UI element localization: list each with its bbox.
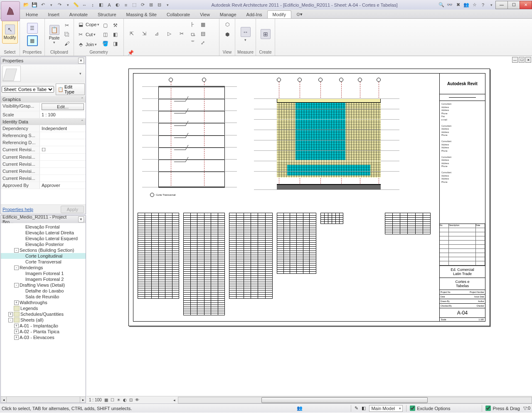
close-hidden-icon[interactable]: ⊟ — [155, 1, 163, 9]
hide-icon[interactable]: 👁 — [135, 398, 139, 402]
tree-item[interactable]: Imagem Fotoreal 2 — [1, 276, 86, 282]
property-row[interactable]: Referencing S... — [1, 132, 86, 139]
tree-item[interactable]: +A-03 - Elevacoes — [1, 334, 86, 340]
comm-icon[interactable]: 👥 — [463, 1, 470, 9]
collapse-icon[interactable]: - — [14, 283, 19, 288]
mirror-draw-icon[interactable]: ▷ — [164, 28, 175, 39]
expand-icon[interactable]: + — [14, 329, 19, 334]
crop-icon[interactable]: ⊡ — [129, 398, 133, 402]
canvas-hscroll[interactable] — [178, 397, 532, 403]
property-edit-button[interactable]: Edit... — [42, 103, 84, 110]
tree-item[interactable]: Elevação Frontal — [1, 224, 86, 230]
shadows-icon[interactable]: ◐ — [123, 398, 127, 402]
join-icon[interactable]: ⬘ — [76, 40, 85, 49]
view-min-icon[interactable]: — — [512, 57, 518, 63]
properties-help-link[interactable]: Properties help — [2, 207, 33, 212]
property-row[interactable]: Current Revisi... — [1, 175, 86, 182]
property-value[interactable]: 1 : 100 — [40, 111, 86, 118]
offset-icon[interactable]: ⇲ — [139, 28, 150, 39]
tree-item[interactable]: Legends — [1, 305, 86, 311]
tab-extra-icon[interactable]: ⊙▾ — [291, 10, 308, 18]
text-icon[interactable]: A — [106, 1, 113, 9]
save-icon[interactable]: 💾 — [31, 1, 38, 9]
expand-icon[interactable]: + — [14, 300, 19, 305]
properties-button[interactable]: ☰ ▦ — [27, 23, 38, 46]
property-value[interactable] — [40, 168, 86, 175]
demolish-icon[interactable]: ⚒ — [111, 21, 119, 30]
modify-tool-button[interactable]: ↖ Modify — [2, 20, 18, 44]
undo-icon[interactable]: ↶ — [39, 1, 47, 9]
array-icon[interactable]: ▦ — [199, 20, 207, 29]
property-row[interactable]: Current Revisi... — [1, 161, 86, 168]
type-dropdown-icon[interactable]: ▾ — [79, 71, 81, 76]
tree-item[interactable]: +A-01 - Implantação — [1, 323, 86, 329]
property-row[interactable]: Referencing D... — [1, 139, 86, 146]
tab-insert[interactable]: Insert — [43, 11, 64, 18]
edit-type-button[interactable]: 📋Edit Type — [56, 84, 85, 95]
property-row[interactable]: Current Revisi... — [1, 154, 86, 161]
switch-windows-icon[interactable]: ⊞ — [147, 1, 155, 9]
property-value[interactable]: Independent — [40, 125, 86, 132]
active-workset-select[interactable]: Main Model▾ — [369, 405, 403, 412]
tab-add-ins[interactable]: Add-Ins — [241, 11, 267, 18]
tree-item[interactable]: Elevação Lateral Esquerd — [1, 236, 86, 241]
3d-icon[interactable]: ⬚ — [131, 1, 138, 9]
undo-dropdown-icon[interactable]: ▾ — [47, 1, 55, 9]
browser-close-icon[interactable]: ✕ — [78, 216, 84, 222]
thin-lines-icon[interactable]: ≡ — [122, 1, 130, 9]
cut-geom-icon[interactable]: ✂ — [76, 30, 85, 39]
cut-clipboard-icon[interactable]: ✂ — [63, 21, 71, 30]
measure-icon[interactable]: 📏 — [72, 1, 80, 9]
tab-modify[interactable]: Modify — [267, 10, 291, 18]
property-value[interactable] — [40, 161, 86, 167]
collapse-icon[interactable]: - — [14, 248, 19, 253]
expand-icon[interactable]: + — [8, 312, 13, 317]
browser-hscroll[interactable]: ◂ ▸ — [1, 396, 86, 403]
exclude-options-check[interactable]: Exclude Options — [410, 406, 450, 411]
tab-massing-site[interactable]: Massing & Site — [121, 11, 162, 18]
status-worksets-icon[interactable]: 👥 — [297, 406, 303, 411]
tree-item[interactable]: -Drafting Views (Detail) — [1, 282, 86, 288]
tree-item[interactable]: Imagem Fotoreal 1 — [1, 270, 86, 276]
property-value[interactable] — [40, 175, 86, 182]
aligned-dim-icon[interactable]: ↔ — [81, 1, 88, 9]
maximize-button[interactable]: ☐ — [507, 1, 520, 9]
tree-item[interactable]: Detalhe do Lavabo — [1, 288, 86, 294]
pin-icon[interactable]: 📌 — [126, 49, 135, 57]
app-menu-button[interactable] — [1, 1, 20, 21]
view-scale[interactable]: 1 : 100 — [89, 398, 102, 402]
tree-item[interactable]: +Walkthroughs — [1, 300, 86, 305]
sync-icon[interactable]: ⟳ — [139, 1, 146, 9]
type-selector[interactable]: Sheet: Cortes e Tabe — [2, 86, 54, 93]
copy-clipboard-icon[interactable]: ⿻ — [63, 30, 71, 39]
tab-structure[interactable]: Structure — [93, 11, 121, 18]
split-icon[interactable]: ✂ — [176, 28, 187, 39]
expand-icon[interactable]: + — [14, 324, 19, 328]
close-button[interactable]: ✕ — [520, 1, 532, 9]
collapse-icon[interactable]: - — [8, 318, 13, 322]
filter-icon[interactable]: ▽:0 — [523, 406, 530, 411]
tab-collaborate[interactable]: Collaborate — [162, 11, 195, 18]
tree-item[interactable]: Sala de Reunião — [1, 294, 86, 300]
help-icon[interactable]: ? — [479, 1, 487, 9]
property-row[interactable]: Current Revisi...☐ — [1, 146, 86, 154]
array2-icon[interactable]: ▤ — [199, 30, 207, 38]
property-row[interactable]: Visibility/Grap...Edit... — [1, 103, 86, 111]
view-b-icon[interactable]: ⬢ — [223, 30, 232, 39]
status-editable-icon[interactable]: ✎ — [355, 406, 358, 411]
tree-item[interactable]: Corte Longitudinal — [1, 253, 86, 259]
qat-dropdown-icon[interactable]: ▾ — [164, 1, 171, 9]
redo-icon[interactable]: ↷ — [56, 1, 63, 9]
property-row[interactable]: Scale1 : 100 — [1, 111, 86, 118]
property-row[interactable]: DependencyIndependent — [1, 125, 86, 132]
paint-icon[interactable]: 🪣 — [101, 39, 109, 48]
property-value[interactable] — [40, 139, 86, 146]
favorites-icon[interactable]: ☆ — [471, 1, 478, 9]
geom-d-icon[interactable]: ◨ — [111, 39, 119, 48]
tree-item[interactable]: Corte Transversal — [1, 259, 86, 265]
status-active-icon[interactable]: ◧ — [362, 406, 366, 411]
property-value[interactable] — [40, 154, 86, 160]
section-icon[interactable]: ◐ — [114, 1, 121, 9]
tab-view[interactable]: View — [195, 11, 215, 18]
tree-item[interactable]: +A-02 - Planta Tipica — [1, 329, 86, 334]
